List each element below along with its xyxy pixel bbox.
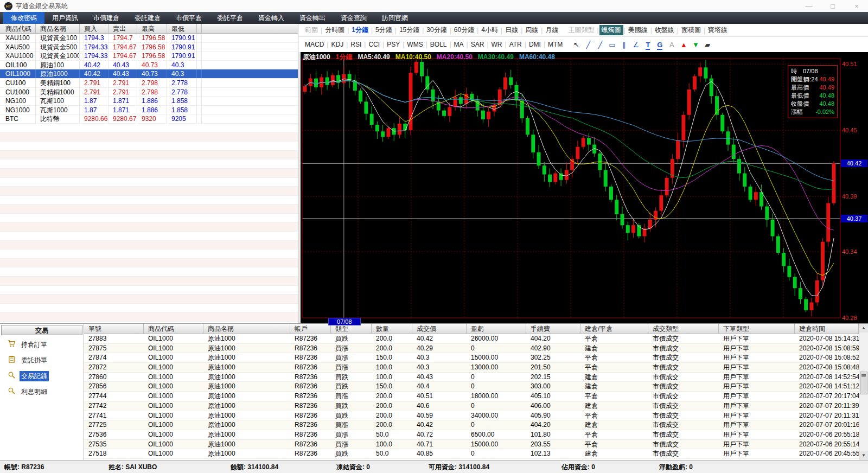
orders-row[interactable]: 27742OIL1000原油1000R87236買跌200.040.60406.… [84, 401, 859, 411]
orders-row[interactable]: 27883OIL1000原油1000R87236買跌200.040.422600… [84, 334, 859, 344]
period-button-5分鐘[interactable]: 5分鐘 [373, 25, 394, 35]
menu-item-6[interactable]: 委託平倉 [209, 12, 251, 24]
orders-cell: 302.25 [526, 353, 580, 362]
indicator-button-WR[interactable]: WR [489, 40, 505, 49]
close-button[interactable]: × [853, 2, 860, 10]
trade-nav-利息明細[interactable]: 利息明細 [0, 386, 84, 398]
minimize-button[interactable]: — [805, 2, 813, 10]
chart-type-button-收盤線[interactable]: 收盤線 [653, 25, 676, 35]
period-button-4小時[interactable]: 4小時 [479, 25, 500, 35]
indicator-button-WMS[interactable]: WMS [405, 40, 425, 49]
text-tool-icon[interactable]: A [666, 41, 678, 49]
orders-row[interactable]: 27536OIL1000原油1000R87236買漲50.040.726500.… [84, 430, 859, 440]
quote-row[interactable]: BTC比特幣9280.669280.6793209205 [0, 114, 298, 124]
orders-row[interactable]: 27860OIL1000原油1000R87236買跌100.040.430202… [84, 373, 859, 382]
rectangle-icon[interactable]: ▭ [606, 41, 618, 49]
quote-row[interactable]: CU1000美精銅10002.7912.7912.7982.778 [0, 88, 298, 97]
orders-row[interactable]: 27535OIL1000原油1000R87236買漲100.040.711500… [84, 440, 859, 450]
quote-row[interactable]: NG1000瓦斯10001.871.8711.8861.858 [0, 106, 298, 115]
period-button-1分鐘[interactable]: 1分鐘 [349, 25, 371, 35]
angle-line-icon[interactable]: ∠ [630, 41, 642, 49]
parallel-lines-icon[interactable]: ∥ [618, 41, 630, 49]
menu-item-2[interactable]: 用戶資訊 [44, 12, 86, 24]
orders-row[interactable]: 27856OIL1000原油1000R87236買跌150.040.40303.… [84, 382, 859, 392]
indicator-button-MACD[interactable]: MACD [303, 40, 326, 49]
orders-row[interactable]: 27874OIL1000原油1000R87236買漲150.040.315000… [84, 353, 859, 363]
orders-scrollbar[interactable]: ▲ ▼ [859, 324, 868, 460]
period-button-分時圖[interactable]: 分時圖 [323, 25, 347, 35]
orders-row[interactable]: 27872OIL1000原油1000R87236買漲100.040.313000… [84, 363, 859, 373]
menu-item-3[interactable]: 市價建倉 [86, 12, 127, 24]
menu-item-5[interactable]: 市價平倉 [168, 12, 209, 24]
indicator-button-DMI[interactable]: DMI [527, 40, 543, 49]
sell-arrow-icon[interactable]: ▼ [690, 41, 701, 49]
trade-nav-持倉訂單[interactable]: 持倉訂單 [0, 338, 84, 350]
quote-row[interactable]: OIL100原油10040.4240.4340.7340.3 [0, 61, 298, 70]
quote-cell: 1794.67 [108, 52, 137, 60]
menu-item-4[interactable]: 委託建倉 [127, 12, 168, 24]
chart-type-button-寶塔線[interactable]: 寶塔線 [706, 25, 730, 35]
indicator-button-ATR[interactable]: ATR [507, 40, 524, 49]
quote-row[interactable]: NG100瓦斯1001.871.8711.8861.858 [0, 97, 298, 106]
indicator-button-SAR[interactable]: SAR [469, 40, 487, 49]
quote-empty-row [0, 286, 298, 295]
chart-canvas[interactable]: 原油10001分鐘MA5:40.49MA10:40.50MA20:40.50MA… [298, 52, 868, 323]
scrollbar-thumb[interactable] [860, 372, 867, 394]
orders-cell: 平倉 [580, 440, 648, 449]
cursor-icon[interactable]: ↖ [570, 41, 582, 49]
orders-cell: 原油1000 [203, 363, 290, 372]
orders-cell: OIL1000 [144, 344, 203, 353]
trend-line-icon[interactable]: ╱ [582, 41, 594, 49]
golden-section-icon[interactable]: G [654, 41, 666, 49]
indicator-button-BOLL[interactable]: BOLL [428, 40, 449, 49]
indicator-button-CCI[interactable]: CCI [366, 40, 382, 49]
trade-nav-委託掛單[interactable]: 委託掛單 [0, 354, 84, 366]
indicator-button-MA[interactable]: MA [452, 40, 466, 49]
period-button-60分鐘[interactable]: 60分鐘 [452, 25, 476, 35]
indicator-button-KDJ[interactable]: KDJ [329, 40, 346, 49]
candlestick-chart [298, 52, 868, 323]
orders-row[interactable]: 27518OIL1000原油1000R87236買跌50.040.850102.… [84, 449, 859, 459]
scrollbar-down-icon[interactable]: ▼ [859, 451, 868, 460]
menu-item-1[interactable]: 修改密碼 [3, 12, 44, 24]
orders-row[interactable]: 27875OIL1000原油1000R87236買漲200.040.290402… [84, 344, 859, 354]
orders-row[interactable]: 27725OIL1000原油1000R87236買漲200.040.420404… [84, 420, 859, 430]
maximize-button[interactable]: □ [829, 2, 837, 10]
quote-row[interactable]: XAU1000現貨黃金10001794.331794.671796.581790… [0, 52, 298, 61]
quote-cell: 2.791 [108, 79, 137, 87]
quote-empty-row [0, 267, 298, 277]
trade-nav-交易記錄[interactable]: 交易記錄 [0, 370, 84, 382]
period-button-15分鐘[interactable]: 15分鐘 [397, 25, 422, 35]
indicator-button-MTM[interactable]: MTM [546, 40, 565, 49]
eraser-icon[interactable]: ▰ [701, 41, 713, 49]
menu-item-7[interactable]: 資金轉入 [251, 12, 292, 24]
menu-item-9[interactable]: 資金查詢 [333, 12, 374, 24]
menu-item-8[interactable]: 資金轉出 [292, 12, 333, 24]
scrollbar-up-icon[interactable]: ▲ [859, 324, 868, 333]
quote-cell: 現貨黃金500 [36, 43, 80, 52]
chart-type-button-美國線[interactable]: 美國線 [626, 25, 650, 35]
quote-row[interactable]: XAU100現貨黃金1001794.31794.71796.581790.91 [0, 34, 298, 43]
indicator-button-PSY[interactable]: PSY [385, 40, 402, 49]
orders-row[interactable]: 27741OIL1000原油1000R87236買跌200.040.593400… [84, 411, 859, 421]
orders-row[interactable]: 27744OIL1000原油1000R87236買漲200.040.511800… [84, 392, 859, 401]
chart-type-button-蠟燭圖[interactable]: 蠟燭圖 [599, 25, 623, 35]
period-button-30分鐘[interactable]: 30分鐘 [424, 25, 449, 35]
quote-cell-filler [197, 114, 202, 123]
quote-row[interactable]: OIL1000原油100040.4240.4340.7340.3 [0, 69, 298, 79]
quote-row[interactable]: XAU500現貨黃金5001794.331794.671796.581790.9… [0, 43, 298, 52]
orders-header-cell: 建倉時間 [795, 324, 859, 334]
period-button-周線[interactable]: 周線 [523, 25, 540, 35]
quote-empty-row [0, 124, 298, 133]
indicator-button-RSI[interactable]: RSI [348, 40, 363, 49]
info-row: 收盤價40.48 [791, 100, 834, 108]
ray-line-icon[interactable]: ╱ [594, 41, 606, 49]
menu-item-10[interactable]: 訪問官網 [374, 12, 416, 24]
buy-arrow-icon[interactable]: ▲ [678, 41, 690, 49]
period-button-日線[interactable]: 日線 [503, 25, 520, 35]
quote-table-body: XAU100現貨黃金1001794.31794.71796.581790.91X… [0, 34, 298, 322]
horizontal-line-icon[interactable]: T [642, 41, 654, 49]
period-button-月線[interactable]: 月線 [543, 25, 560, 35]
chart-type-button-面積圖[interactable]: 面積圖 [679, 25, 703, 35]
quote-row[interactable]: CU100美精銅1002.7912.7912.7982.778 [0, 79, 298, 88]
